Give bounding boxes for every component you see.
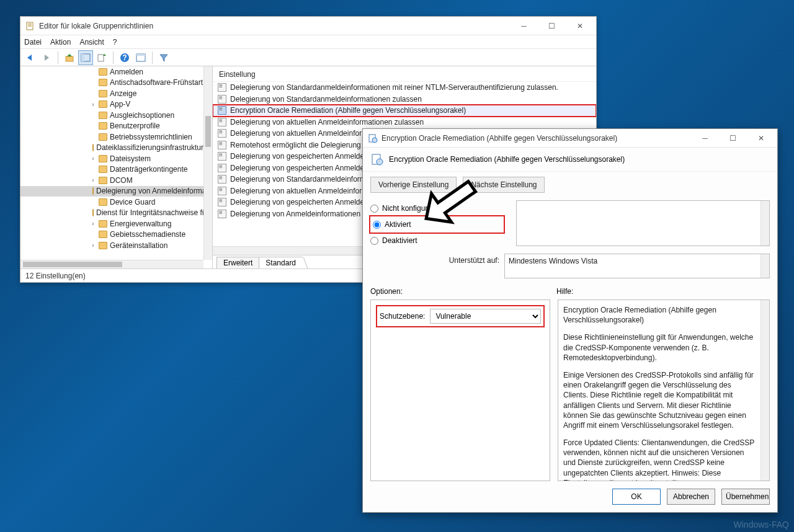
tree-vertical-scrollbar[interactable] [203,66,212,260]
tree-item[interactable]: Benutzerprofile [20,121,203,132]
help-scrollbar[interactable] [761,300,769,481]
radio-not-configured[interactable]: Nicht konfiguriert [370,200,504,216]
properties-button[interactable] [133,50,148,65]
folder-icon [99,68,107,76]
help-paragraph: Diese Richtlinieneinstellung gilt für An… [563,332,757,363]
setting-icon [218,175,226,184]
dialog-titlebar: Encryption Oracle Remediation (Abhilfe g… [363,129,777,148]
policy-heading-icon [370,153,384,166]
maximize-button[interactable]: ☐ [538,17,566,35]
tree-item[interactable]: ›Energieverwaltung [20,218,203,229]
tree-item[interactable]: Ausgleichsoptionen [20,110,203,121]
setting-row[interactable]: Delegierung von aktuellen Anmeldeinforma… [213,117,596,128]
setting-icon [218,141,226,149]
setting-icon [218,95,226,104]
svg-rect-5 [81,54,84,61]
status-text: 12 Einstellung(en) [25,272,86,280]
schutzebene-select[interactable]: Vulnerable [430,309,541,324]
setting-row[interactable]: Encryption Oracle Remediation (Abhilfe g… [213,105,596,117]
setting-row[interactable]: Delegierung von Standardanmeldeinformati… [213,94,596,105]
tree-item[interactable]: Anzeige [20,88,203,99]
apply-button[interactable]: Übernehmen [721,489,770,505]
tree-item[interactable]: ›Dateisystem [20,153,203,164]
folder-icon [99,133,107,141]
previous-setting-button[interactable]: Vorherige Einstellung [370,177,457,193]
tab-extended[interactable]: Erweitert [216,257,259,268]
column-header-setting[interactable]: Einstellung [213,66,596,82]
options-box: Schutzebene: Vulnerable [370,299,550,481]
tree-item[interactable]: Device Guard [20,197,203,208]
minimize-button[interactable]: ─ [510,17,538,35]
folder-icon [99,231,107,238]
folder-icon [99,112,107,119]
radio-enabled[interactable]: Aktiviert [370,216,504,233]
forward-button[interactable] [39,50,54,65]
supported-on-label: Unterstützt auf: [370,254,499,265]
setting-icon [218,164,226,172]
svg-rect-3 [66,56,73,61]
filter-button[interactable] [156,50,171,65]
close-button[interactable]: ✕ [566,17,594,35]
tree-item[interactable]: ›App-V [20,99,203,110]
folder-icon [99,198,107,206]
radio-disabled[interactable]: Deaktiviert [370,233,504,249]
dialog-heading: Encryption Oracle Remediation (Abhilfe g… [389,155,625,164]
setting-icon [218,106,226,115]
tree-item[interactable]: Gebietsschemadienste [20,229,203,241]
folder-icon [99,177,107,184]
menu-file[interactable]: Datei [24,38,42,47]
export-button[interactable] [94,50,109,65]
options-label: Optionen: [370,287,556,296]
svg-point-12 [372,138,377,143]
gpe-toolbar: ? [20,49,596,66]
dialog-heading-row: Encryption Oracle Remediation (Abhilfe g… [363,148,777,172]
dialog-minimize-button[interactable]: ─ [691,130,719,147]
setting-icon [218,198,226,206]
help-button[interactable]: ? [117,50,132,65]
setting-row[interactable]: Delegierung von Standardanmeldeinformati… [213,82,596,94]
dialog-title: Encryption Oracle Remediation (Abhilfe g… [381,134,691,143]
setting-icon [218,152,226,161]
tree-horizontal-scrollbar[interactable] [20,260,203,268]
folder-icon [92,144,94,151]
folder-icon [99,166,107,173]
next-setting-button[interactable]: Nächste Einstellung [463,177,545,193]
tab-standard[interactable]: Standard [259,257,303,268]
back-button[interactable] [23,50,38,65]
folder-icon [99,242,107,249]
dialog-close-button[interactable]: ✕ [747,130,775,147]
tree-item[interactable]: Betriebssystemrichtlinien [20,131,203,143]
up-button[interactable] [62,50,77,65]
menu-help[interactable]: ? [113,38,117,47]
gpe-app-icon [25,21,35,31]
tree-item[interactable]: ›DCOM [20,175,203,186]
comment-textarea[interactable] [516,200,770,246]
tree-item[interactable]: Dateiklassifizierungsinfrastruktur [20,143,203,154]
folder-icon [99,79,107,86]
folder-icon [99,220,107,228]
ok-button[interactable]: OK [612,489,661,505]
setting-icon [218,83,226,92]
setting-icon [218,129,226,138]
tree-item[interactable]: Datenträgerkontingente [20,164,203,175]
help-box: Encryption Oracle Remediation (Abhilfe g… [558,299,770,481]
gpe-titlebar: Editor für lokale Gruppenrichtlinien ─ ☐… [20,17,596,35]
setting-icon [218,187,226,195]
tree-item[interactable]: ›Geräteinstallation [20,240,203,251]
show-hide-tree-button[interactable] [78,50,93,65]
tree-item[interactable]: Anmelden [20,66,203,78]
folder-icon [99,155,107,162]
tree-item[interactable]: Delegierung von Anmeldeinformationen [20,186,203,197]
menu-view[interactable]: Ansicht [79,38,104,47]
help-paragraph: Force Updated Clients: Clientanwendungen… [563,438,757,481]
gpe-menubar: Datei Aktion Ansicht ? [20,35,596,49]
dialog-maximize-button[interactable]: ☐ [719,130,747,147]
tree-item[interactable]: Dienst für Integritätsnachweise für Gerä… [20,208,203,219]
policy-icon [368,133,378,143]
cancel-button[interactable]: Abbrechen [667,489,715,505]
svg-rect-6 [98,55,104,61]
tree-item[interactable]: Antischadsoftware-Frühstart [20,78,203,89]
menu-action[interactable]: Aktion [50,38,71,47]
tree-pane: AnmeldenAntischadsoftware-FrühstartAnzei… [20,66,213,268]
svg-text:?: ? [122,53,127,62]
